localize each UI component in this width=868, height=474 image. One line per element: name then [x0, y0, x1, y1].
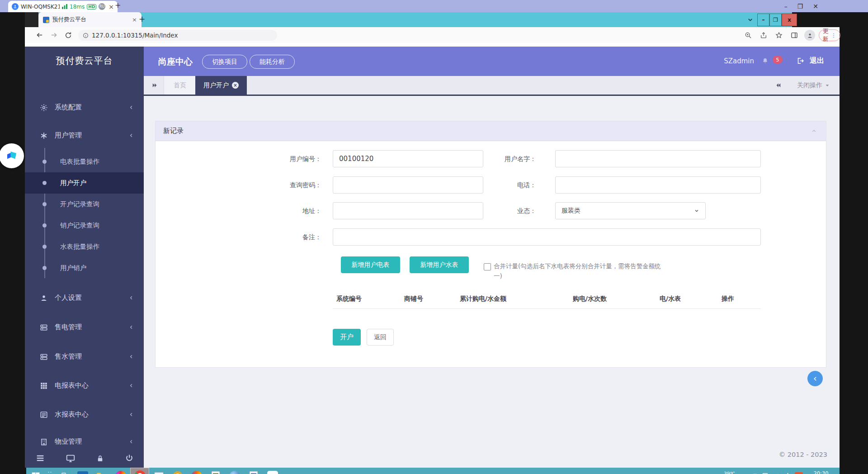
tab-home[interactable]: 首页	[164, 76, 196, 95]
remote-user-badge: RU	[99, 3, 105, 10]
bell-icon[interactable]	[762, 57, 769, 64]
remote-new-tab-button[interactable]: +	[115, 1, 121, 9]
close-operations-dropdown[interactable]: 关闭操作	[797, 81, 830, 90]
sidebar-item-water-report-center[interactable]: 水报表中心	[25, 404, 144, 425]
power-icon[interactable]	[125, 454, 134, 463]
phone-input[interactable]	[555, 176, 761, 194]
add-electric-meter-button[interactable]: 新增用户电表	[341, 256, 400, 273]
browser-update-button[interactable]: 更新 ⋮	[819, 29, 840, 41]
browser-tab-close-icon[interactable]: ×	[132, 16, 137, 23]
back-button[interactable]: 返回	[367, 329, 394, 346]
logout-label[interactable]: 退出	[810, 56, 824, 66]
sidebar-item-open-account-records[interactable]: 开户记录查询	[25, 194, 144, 215]
remark-input[interactable]	[333, 228, 761, 246]
window-minimize-button[interactable]: –	[757, 14, 769, 26]
url-text[interactable]: 127.0.0.1:10315/Main/Index	[92, 32, 178, 39]
collapse-chevron-icon[interactable]	[811, 128, 817, 134]
side-panel-icon[interactable]	[791, 32, 798, 39]
sidebar-item-close-account-records[interactable]: 销户记录查询	[25, 215, 144, 236]
back-icon[interactable]	[36, 31, 43, 39]
bullet-dot-icon	[42, 202, 47, 206]
gold-gear-app-icon[interactable]	[168, 468, 187, 474]
sidebar-item-electric-report-center[interactable]: 电报表中心	[25, 375, 144, 396]
sidebar-item-user-management[interactable]: 用户管理	[25, 125, 144, 146]
tab-user-open-account[interactable]: 用户开户 ×	[195, 76, 247, 95]
query-password-input[interactable]	[333, 176, 483, 194]
todesk-app-icon[interactable]	[263, 468, 282, 474]
chrome-icon[interactable]	[130, 468, 149, 474]
open-account-button[interactable]: 开户	[333, 329, 361, 346]
sidebar-item-water-sales[interactable]: 售水管理	[25, 346, 144, 367]
user-name-input[interactable]	[555, 150, 761, 167]
user-no-input[interactable]	[333, 150, 483, 167]
sidebar-item-system-config[interactable]: 系统配置	[25, 97, 144, 118]
todesk-floating-ball[interactable]	[0, 143, 24, 168]
cpu-temp-value: 39℃	[720, 471, 739, 474]
notification-badge[interactable]: 5	[773, 56, 783, 64]
tab-home-label: 首页	[174, 81, 186, 90]
sidebar-item-label: 用户管理	[55, 131, 82, 140]
address-input[interactable]	[333, 202, 483, 219]
sidebar-item-personal-settings[interactable]: 个人设置	[25, 287, 144, 308]
url-bar[interactable]: 127.0.0.1:10315/Main/Index	[78, 30, 277, 41]
colorful-bird-app-icon[interactable]	[187, 468, 206, 474]
client-minimize-button[interactable]: –	[784, 3, 788, 9]
sidebar-item-user-close-account[interactable]: 用户销户	[25, 257, 144, 279]
tab-close-icon[interactable]: ×	[232, 82, 239, 89]
notepad-app-icon[interactable]	[206, 468, 225, 474]
forward-icon[interactable]	[50, 31, 58, 39]
energy-analysis-button[interactable]: 能耗分析	[250, 55, 295, 69]
client-close-button[interactable]: ✕	[813, 3, 818, 9]
sidebar-item-user-open-account[interactable]: 用户开户	[25, 172, 144, 194]
merge-metering-checkbox[interactable]	[484, 263, 491, 270]
remote-tab-close-icon[interactable]: ×	[108, 3, 114, 10]
window-close-button[interactable]: x	[782, 14, 797, 26]
sidebar-item-water-meter-batch-ops[interactable]: 水表批量操作	[25, 236, 144, 257]
document-app-icon[interactable]	[244, 468, 263, 474]
user-no-label: 用户编号：	[254, 150, 321, 167]
window-restore-button[interactable]: ❐	[769, 14, 782, 26]
menu-dots-icon[interactable]: ⋮	[831, 33, 836, 38]
scroll-tabs-right-icon[interactable]	[775, 82, 782, 89]
business-type-select[interactable]: 服装类	[555, 202, 706, 219]
bookmark-star-icon[interactable]	[775, 32, 783, 39]
address-label: 地址：	[254, 202, 321, 219]
sogou-icon[interactable]: S	[795, 472, 803, 474]
window-titlebar[interactable]: 预付费云平台 × + – ❐ x	[25, 12, 792, 27]
profile-avatar[interactable]	[804, 30, 815, 41]
scroll-tabs-left-icon[interactable]	[151, 82, 158, 89]
business-type-label: 业态：	[468, 202, 536, 219]
business-type-value: 服装类	[561, 207, 580, 215]
chevron-left-icon	[129, 133, 134, 138]
add-water-meter-button[interactable]: 新增用户水表	[410, 256, 469, 273]
share-icon[interactable]	[760, 32, 767, 39]
start-button[interactable]	[26, 468, 45, 474]
server-manager-icon[interactable]	[54, 468, 73, 474]
monitor-icon[interactable]	[66, 453, 75, 463]
browser-tab[interactable]: 预付费云平台 ×	[38, 12, 142, 27]
sidebar-item-electricity-sales[interactable]: 售电管理	[25, 317, 144, 338]
sidebar-subitem-label: 用户销户	[60, 264, 86, 272]
remote-session-tab[interactable]: WIN-OQMSK21... 18ms HD RU ×	[8, 1, 118, 12]
titlebar-chevron-down-icon[interactable]	[747, 17, 753, 23]
color-swirl-app-icon[interactable]	[111, 468, 130, 474]
powershell-icon[interactable]: ›_	[73, 468, 92, 474]
hamburger-menu-icon[interactable]	[35, 453, 45, 463]
ime-indicator[interactable]: 中	[785, 472, 791, 474]
file-explorer-icon[interactable]	[92, 468, 111, 474]
sidebar-subitem-label: 开户记录查询	[60, 200, 99, 209]
switch-project-button[interactable]: 切换项目	[202, 55, 247, 69]
client-restore-button[interactable]: ❐	[797, 3, 803, 9]
zoom-icon[interactable]	[745, 32, 752, 39]
admin-tools-sphere-icon[interactable]: ✕	[225, 468, 244, 474]
reload-icon[interactable]	[65, 32, 72, 39]
logout-icon[interactable]	[797, 57, 804, 65]
sidebar-item-meter-batch-ops[interactable]: 电表批量操作	[25, 151, 144, 172]
clock-block[interactable]: 20:30 2023/3/15	[807, 471, 835, 474]
logged-in-username[interactable]: SZadmin	[724, 57, 754, 65]
chevron-left-icon	[129, 295, 134, 300]
monitor-app-icon[interactable]	[149, 468, 168, 474]
floating-panel-handle[interactable]	[807, 371, 823, 386]
browser-new-tab-button[interactable]: +	[139, 14, 145, 24]
lock-icon[interactable]	[96, 454, 104, 463]
